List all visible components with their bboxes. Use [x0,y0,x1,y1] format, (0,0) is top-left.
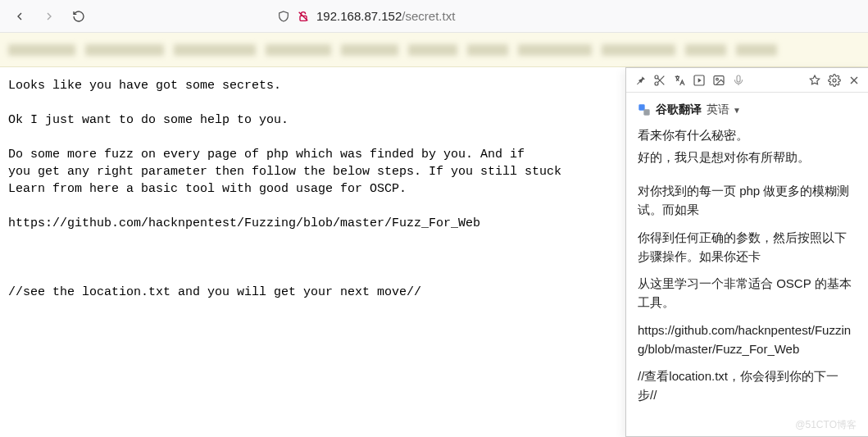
translation-block: 从这里学习一个非常适合 OSCP 的基本工具。 [638,274,857,312]
close-icon[interactable] [847,73,861,88]
translation-block: 你得到任何正确的参数，然后按照以下步骤操作。如果你还卡 [638,228,857,266]
svg-point-8 [833,79,836,82]
insecure-lock-icon [297,10,310,23]
translation-block: 对你找到的每一页 php 做更多的模糊测试。而如果 [638,181,857,220]
address-bar[interactable]: 192.168.87.152/secret.txt [97,9,860,23]
bookmark-bar [0,33,868,67]
panel-toolbar [626,68,868,93]
google-translate-icon [638,103,651,116]
shield-icon [277,10,290,23]
panel-brand: 谷歌翻译 [656,101,702,119]
translation-line: 好的，我只是想对你有所帮助。 [638,148,857,166]
svg-rect-9 [639,104,644,110]
url-text: 192.168.87.152/secret.txt [316,9,455,23]
pin-icon[interactable] [633,73,648,88]
back-button[interactable] [8,5,31,28]
scissors-icon[interactable] [652,73,667,88]
image-icon[interactable] [711,73,726,88]
translate-panel: 谷歌翻译 英语 ▼ 看来你有什么秘密。 好的，我只是想对你有所帮助。 对你找到的… [625,67,868,437]
svg-rect-5 [714,75,724,84]
translation-block: //查看location.txt，你会得到你的下一步// [638,366,857,405]
svg-rect-10 [643,109,649,115]
play-icon[interactable] [692,73,707,88]
translation-block: https://github.com/hacknpentest/Fuzzing/… [638,321,857,359]
mic-icon[interactable] [731,73,746,88]
translate-icon[interactable] [672,73,687,88]
star-icon[interactable] [807,73,822,88]
forward-button[interactable] [38,5,61,28]
svg-rect-7 [737,75,740,82]
reload-button[interactable] [67,5,90,28]
panel-language[interactable]: 英语 ▼ [707,101,741,119]
svg-point-6 [716,78,719,80]
chevron-down-icon: ▼ [733,106,741,115]
panel-header[interactable]: 谷歌翻译 英语 ▼ [638,101,857,119]
watermark: @51CTO博客 [795,418,857,432]
translation-line: 看来你有什么秘密。 [638,125,857,144]
browser-nav-bar: 192.168.87.152/secret.txt [0,0,868,33]
panel-content: 谷歌翻译 英语 ▼ 看来你有什么秘密。 好的，我只是想对你有所帮助。 对你找到的… [626,93,868,421]
gear-icon[interactable] [827,73,842,88]
